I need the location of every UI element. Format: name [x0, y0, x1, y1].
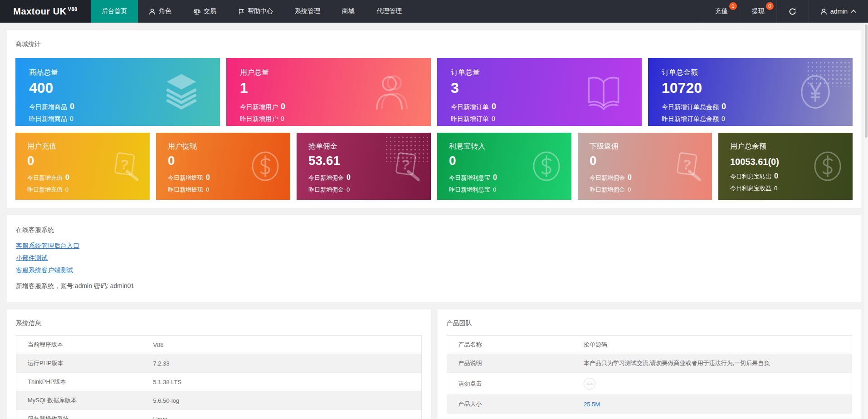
table-row: 请勿点击404 [447, 373, 852, 395]
doc-question-icon: ? [390, 150, 423, 183]
stat-card-user-balance-total: 用户总余额 10053.61(0) 今日利息宝转出0 今日利息宝收益0 [718, 133, 853, 200]
user-icon [820, 8, 827, 15]
widget-test-link[interactable]: 小部件测试 [16, 254, 48, 262]
row-value: 本产品只为学习测试交流,请勿要做商业或者用于违法行为,一切后果自负 [572, 354, 852, 373]
row-label: 产品大小 [447, 395, 572, 414]
row-value: 404 [572, 373, 852, 395]
svg-text:?: ? [400, 157, 411, 173]
stat-line-value: 0 [206, 173, 210, 181]
nav-item-agent-management[interactable]: 代理管理 [366, 0, 413, 23]
stat-line-label: 今日新增利息宝 [449, 174, 490, 181]
nav-item-label: 商城 [342, 7, 355, 15]
stat-line-value: 0 [206, 186, 209, 193]
product-size-link[interactable]: 25.5M [584, 401, 600, 408]
stat-card-users-total: 用户总量 1 今日新增用户0 昨日新增用户0 [226, 58, 431, 126]
nav-item-roles[interactable]: 角色 [138, 0, 182, 23]
top-navbar: Maxtour UKV88 后台首页 角色 交易 帮助中心 系统管理 商城 代理… [0, 0, 868, 23]
stat-line-value: 0 [492, 115, 495, 122]
dollar-icon [811, 149, 844, 183]
stat-line-value: 0 [493, 186, 496, 193]
stat-line-label: 昨日新增佣金 [308, 186, 344, 193]
scrollbar-thumb[interactable] [865, 24, 868, 138]
nav-item-help-center[interactable]: 帮助中心 [227, 0, 284, 23]
refresh-button[interactable] [776, 0, 808, 23]
doc-question-icon: ? [109, 150, 141, 183]
user-icon [149, 8, 156, 15]
stat-line-label: 今日利息宝收益 [730, 185, 771, 192]
withdraw-button[interactable]: 提现 0 [740, 0, 776, 23]
table-row: 产品名称抢单源码 [447, 336, 852, 354]
stat-title: 订单总金额 [662, 68, 853, 77]
stat-line-value: 0 [492, 102, 496, 111]
online-service-panel: 在线客服系统 客服系统管理后台入口 小部件测试 客服系统客户端测试 新增客服系统… [7, 215, 861, 302]
layers-icon [161, 72, 202, 112]
table-row: ThinkPHP版本5.1.38 LTS [16, 373, 422, 391]
stat-line-value: 0 [65, 173, 69, 181]
row-label: 当前程序版本 [16, 336, 142, 354]
table-row: 产品说明本产品只为学习测试交流,请勿要做商业或者用于违法行为,一切后果自负 [447, 354, 852, 373]
stat-line-value: 0 [281, 115, 284, 122]
app-version: V88 [68, 6, 78, 12]
person-icon [371, 71, 413, 113]
stat-line-label: 今日新增订单 [451, 103, 489, 111]
stat-line-label: 昨日新增用户 [240, 115, 278, 122]
stat-line-value: 0 [70, 102, 74, 111]
row-label: 请勿点击 [447, 373, 572, 395]
recharge-label: 充值 [715, 7, 728, 15]
user-name: admin [830, 8, 848, 15]
row-value: Linux [141, 410, 421, 419]
dollar-icon [530, 149, 563, 183]
nav-item-system-management[interactable]: 系统管理 [284, 0, 331, 23]
service-client-test-link[interactable]: 客服系统客户端测试 [16, 266, 73, 275]
stat-line-label: 今日新增佣金 [590, 174, 625, 181]
stat-line-label: 今日新增提现 [168, 174, 203, 181]
svg-text:?: ? [119, 157, 130, 173]
row-value: 5.1.38 LTS [141, 373, 421, 391]
row-label: 运行PHP版本 [16, 354, 142, 373]
service-account-note: 新增客服系统，账号:admin 密码: admin01 [16, 282, 852, 290]
table-row: 服务器操作系统Linux [16, 410, 422, 419]
nav-item-mall[interactable]: 商城 [331, 0, 366, 23]
recharge-button[interactable]: 充值 1 [703, 0, 740, 23]
page-scrollbar[interactable] [864, 23, 868, 419]
stat-line-value: 0 [628, 173, 632, 181]
product-team-panel: 产品团队 产品名称抢单源码 产品说明本产品只为学习测试交流,请勿要做商业或者用于… [438, 309, 862, 419]
row-value: 25.5M [572, 395, 852, 414]
table-row: 当前程序版本V88 [16, 336, 422, 354]
nav-item-home[interactable]: 后台首页 [91, 0, 138, 23]
stat-title: 抢单佣金 [308, 142, 431, 151]
bottom-panels: 系统信息 当前程序版本V88 运行PHP版本7.2.33 ThinkPHP版本5… [7, 309, 861, 419]
stat-line-label: 昨日新增充值 [27, 186, 63, 193]
table-row: 运行PHP版本7.2.33 [16, 354, 422, 373]
row-value: mysql [572, 414, 852, 419]
stats-row-1: 商品总量 400 今日新增商品0 昨日新增商品0 用户总量 1 今日新增用户0 … [15, 58, 853, 126]
stat-line-value: 0 [346, 173, 351, 181]
system-info-table: 当前程序版本V88 运行PHP版本7.2.33 ThinkPHP版本5.1.38… [16, 335, 422, 419]
stat-card-sub-rebate: 下级返佣 0 今日新增佣金0 昨日新增佣金0 ? [578, 133, 712, 200]
product-team-table: 产品名称抢单源码 产品说明本产品只为学习测试交流,请勿要做商业或者用于违法行为,… [447, 335, 853, 419]
service-admin-entry-link[interactable]: 客服系统管理后台入口 [16, 242, 79, 250]
flag-icon [238, 8, 244, 15]
stat-line-label: 今日新增佣金 [308, 174, 344, 181]
app-logo-text: Maxtour UKV88 [13, 6, 77, 17]
user-dropdown[interactable]: admin [808, 0, 868, 23]
row-value: 抢单源码 [572, 336, 852, 354]
stat-card-interest-in: 利息宝转入 0 今日新增利息宝0 昨日新增利息宝0 [437, 133, 571, 200]
table-row: 数据库mysql [447, 414, 852, 419]
row-label: ThinkPHP版本 [16, 373, 142, 391]
dollar-icon [249, 149, 282, 183]
stat-line-label: 昨日新增订单总金额 [662, 115, 719, 122]
stat-line-value: 0 [493, 173, 497, 181]
table-row: MySQL数据库版本5.6.50-log [16, 391, 422, 410]
nav-item-trade[interactable]: 交易 [182, 0, 227, 23]
stats-row-2: 用户充值 0 今日新增充值0 昨日新增充值0 ? 用户提现 0 今日新增提现0 … [15, 133, 853, 200]
stat-line-label: 昨日新增利息宝 [449, 186, 490, 193]
app-logo[interactable]: Maxtour UKV88 [0, 0, 91, 23]
nav-item-label: 后台首页 [102, 7, 127, 15]
row-label: 产品名称 [447, 336, 572, 354]
stat-line-value: 0 [281, 102, 285, 111]
stat-line-label: 今日新增用户 [240, 103, 278, 111]
stat-line-value: 0 [628, 186, 631, 193]
navbar-right: 充值 1 提现 0 admin [703, 0, 868, 23]
stat-line-value: 0 [346, 186, 350, 193]
